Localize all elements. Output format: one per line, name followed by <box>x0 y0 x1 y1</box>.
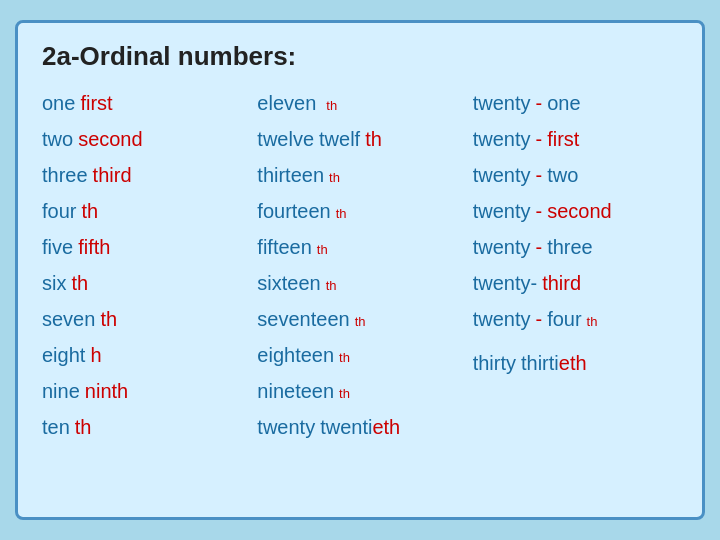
ord-second: second <box>78 122 143 156</box>
row-nineteen: nineteen th <box>257 374 462 408</box>
twenty-one-dash: - <box>535 86 542 120</box>
row-six: six th <box>42 266 247 300</box>
twenty-two-dash: - <box>535 158 542 192</box>
row-nine: nine ninth <box>42 374 247 408</box>
row-twentythird: twenty-third <box>473 266 678 300</box>
num-six: six <box>42 266 66 300</box>
twenty-third-blue: twenty- <box>473 266 537 300</box>
row-twelve: twelve twelfth <box>257 122 462 156</box>
row-eighteen: eighteen th <box>257 338 462 372</box>
ord-fifteen-sup: th <box>317 239 328 261</box>
twenty-four-sup: th <box>587 311 598 333</box>
page-title: 2a-Ordinal numbers: <box>42 41 678 72</box>
ord-nineteen-sup: th <box>339 383 350 405</box>
num-nine: nine <box>42 374 80 408</box>
ord-seventeen-sup: th <box>355 311 366 333</box>
row-eight: eight h <box>42 338 247 372</box>
num-three: three <box>42 158 88 192</box>
thirty-word: thirty <box>473 346 516 380</box>
twenty-three-num: three <box>547 230 593 264</box>
row-twentyone: twenty-one <box>473 86 678 120</box>
col1: one first two second three third four th… <box>42 86 247 444</box>
twenty-two-blue: twenty <box>473 158 531 192</box>
row-ten: ten th <box>42 410 247 444</box>
twenty-two-num: two <box>547 158 578 192</box>
row-thirty: thirty thirtieth <box>473 346 678 380</box>
num-eleven: eleven <box>257 86 316 120</box>
num-fourteen: fourteen <box>257 194 330 228</box>
ord-thirteen-sup: th <box>329 167 340 189</box>
ord-eleven-sup: th <box>326 95 337 117</box>
row-two: two second <box>42 122 247 156</box>
twenty-one-num: one <box>547 86 580 120</box>
twenty-first-word: first <box>547 122 579 156</box>
num-four: four <box>42 194 76 228</box>
num-nineteen: nineteen <box>257 374 334 408</box>
num-thirteen: thirteen <box>257 158 324 192</box>
twenty-four-blue: twenty <box>473 302 531 336</box>
num-eight: eight <box>42 338 85 372</box>
ord-sixth: th <box>71 266 88 300</box>
col3: twenty-one twenty-first twenty-two twent… <box>473 86 678 444</box>
twenty-one-blue: twenty <box>473 86 531 120</box>
thirtieth-word: thirtieth <box>521 346 587 380</box>
twenty-second-blue: twenty <box>473 194 531 228</box>
num-sixteen: sixteen <box>257 266 320 300</box>
twenty-first-dash: - <box>535 122 542 156</box>
row-eleven: eleven th <box>257 86 462 120</box>
ord-twentieth: twentieth <box>320 410 400 444</box>
row-one: one first <box>42 86 247 120</box>
twenty-first-blue: twenty <box>473 122 531 156</box>
ord-third: third <box>93 158 132 192</box>
ord-eighth: h <box>90 338 101 372</box>
twenty-four-dash: - <box>535 302 542 336</box>
twenty-second-dash: - <box>535 194 542 228</box>
row-twentyfour: twenty-four th <box>473 302 678 336</box>
row-twentytwo: twenty-two <box>473 158 678 192</box>
num-two: two <box>42 122 73 156</box>
twenty-third-word: third <box>542 266 581 300</box>
ord-eighteen-sup: th <box>339 347 350 369</box>
row-fourteen: fourteen th <box>257 194 462 228</box>
col2: eleven th twelve twelfth thirteen th fou… <box>257 86 462 444</box>
row-three: three third <box>42 158 247 192</box>
num-eighteen: eighteen <box>257 338 334 372</box>
row-twentysecond: twenty-second <box>473 194 678 228</box>
num-twenty: twenty <box>257 410 315 444</box>
ord-tenth: th <box>75 410 92 444</box>
num-five: five <box>42 230 73 264</box>
row-five: five fifth <box>42 230 247 264</box>
row-thirteen: thirteen th <box>257 158 462 192</box>
row-twentyfirst: twenty-first <box>473 122 678 156</box>
ord-fifth: fifth <box>78 230 110 264</box>
twenty-three-dash: - <box>535 230 542 264</box>
row-twentythree: twenty-three <box>473 230 678 264</box>
num-ten: ten <box>42 410 70 444</box>
ord-fourth: th <box>81 194 98 228</box>
num-fifteen: fifteen <box>257 230 311 264</box>
num-seventeen: seventeen <box>257 302 349 336</box>
row-seven: seven th <box>42 302 247 336</box>
row-twenty: twenty twentieth <box>257 410 462 444</box>
twenty-second-word: second <box>547 194 612 228</box>
ord-ninth: ninth <box>85 374 128 408</box>
ord-seventh: th <box>100 302 117 336</box>
num-seven: seven <box>42 302 95 336</box>
ord-first: first <box>80 86 112 120</box>
num-twelve: twelve <box>257 122 314 156</box>
row-four: four th <box>42 194 247 228</box>
ord-sixteen-sup: th <box>326 275 337 297</box>
ord-twelve-red: th <box>365 122 382 156</box>
ord-twelve-blue: twelf <box>319 122 360 156</box>
ord-fourteen-sup: th <box>336 203 347 225</box>
row-fifteen: fifteen th <box>257 230 462 264</box>
twenty-four-num: four <box>547 302 581 336</box>
content-grid: one first two second three third four th… <box>42 86 678 444</box>
row-seventeen: seventeen th <box>257 302 462 336</box>
twenty-three-blue: twenty <box>473 230 531 264</box>
row-sixteen: sixteen th <box>257 266 462 300</box>
main-card: 2a-Ordinal numbers: one first two second… <box>15 20 705 520</box>
num-one: one <box>42 86 75 120</box>
